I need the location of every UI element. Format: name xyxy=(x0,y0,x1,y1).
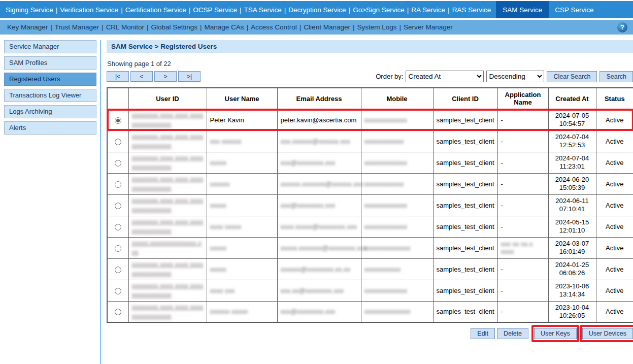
topnav-item-gosign-service[interactable]: Go>Sign Service xyxy=(351,6,406,14)
clear-search-button[interactable]: Clear Search xyxy=(547,71,597,82)
action-button-row: Edit Delete User Keys User Devices xyxy=(107,328,633,339)
topnav-item-signing-service[interactable]: Signing Service xyxy=(4,6,55,14)
mobile-cell-redacted: xxxxxxxxxxxx xyxy=(361,173,433,194)
sidebar-item-alerts[interactable]: Alerts xyxy=(4,121,96,135)
topnav-item-ra-service[interactable]: RA Service xyxy=(410,6,447,14)
annotation-box-user-keys: User Keys xyxy=(534,328,577,339)
separator: | xyxy=(283,6,287,14)
row-radio[interactable] xyxy=(115,309,121,315)
user-id-link-redacted[interactable]: xxxxxxxx xxxx xxxx xxxxxxxxxxxxxxxx xyxy=(132,260,204,278)
topnav-item-csp-service[interactable]: CSP Service xyxy=(549,6,599,14)
table-row: xxxxxxxx xxxx xxxx xxxxxxxxxxxxxxxx xxxx… xyxy=(107,194,633,216)
table-row: xxxxxxxx xxxx xxxx xxxxxxxxxxxxxxxx xxxx… xyxy=(107,301,633,322)
subnav-item-crl-monitor[interactable]: CRL Monitor xyxy=(105,23,146,31)
status-cell: Active xyxy=(596,216,633,237)
user-id-link-redacted[interactable]: xxxxxxxx xxxx xxxx xxxxxxxxxxxxxxxx xyxy=(132,303,204,320)
order-by-direction-select[interactable]: Descending xyxy=(486,71,544,82)
user-id-link-redacted[interactable]: xxxxxxxx xxxx xxxx xxxxxxxxxxxxxxxx xyxy=(132,111,204,128)
table-row: xxxxxxxx xxxx xxxx xxxxxxxxxxxxxxxx xxxx… xyxy=(107,173,633,194)
search-button[interactable]: Search xyxy=(599,71,633,82)
radio-cell xyxy=(107,237,128,258)
user-id-link-redacted[interactable]: xxxxxxxx xxxx xxxx xxxxxxxxxxxxxxxx xyxy=(132,132,204,150)
sidebar-item-sam-profiles[interactable]: SAM Profiles xyxy=(4,56,96,70)
subnav-item-trust-manager[interactable]: Trust Manager xyxy=(53,23,101,31)
subnav-item-access-control[interactable]: Access Control xyxy=(249,23,298,31)
sidebar-item-registered-users[interactable]: Registered Users xyxy=(4,73,96,86)
topnav-item-ras-service[interactable]: RAS Service xyxy=(451,6,493,14)
created-at-cell: 2024-05-15 12:01:10 xyxy=(548,216,596,237)
separator: | xyxy=(298,23,303,31)
service-navbar: Signing Service | Verification Service |… xyxy=(0,1,633,18)
subnav-item-key-manager[interactable]: Key Manager xyxy=(6,23,49,31)
sidebar-item-service-manager[interactable]: Service Manager xyxy=(4,40,96,53)
pager-last-button[interactable]: >| xyxy=(178,71,201,82)
sidebar-item-logs-archiving[interactable]: Logs Archiving xyxy=(4,105,96,118)
help-icon[interactable]: ? xyxy=(617,22,627,32)
created-at-cell: 2024-07-04 11:23:01 xyxy=(548,152,596,173)
row-radio[interactable] xyxy=(115,181,121,188)
application-name-cell: - xyxy=(497,109,548,130)
user-keys-button[interactable]: User Keys xyxy=(534,328,577,339)
user-devices-button[interactable]: User Devices xyxy=(582,328,633,339)
email-cell-redacted: xxx@xxxxxxxx.xxx xyxy=(277,301,361,322)
row-radio[interactable] xyxy=(115,267,121,273)
mobile-cell-redacted: xxxxxxxxxxxxxx xyxy=(361,237,433,258)
status-badge: Active xyxy=(606,202,623,209)
table-header-row: User ID User Name Email Address Mobile C… xyxy=(107,88,633,109)
pager-next-button[interactable]: > xyxy=(154,71,177,82)
subnav-item-manage-cas[interactable]: Manage CAs xyxy=(203,23,246,31)
sidebar-item-transactions-log-viewer[interactable]: Transactions Log Viewer xyxy=(4,89,96,102)
row-radio[interactable] xyxy=(115,288,121,294)
delete-button[interactable]: Delete xyxy=(497,328,528,339)
row-radio[interactable] xyxy=(115,160,121,167)
email-cell-redacted: xxx.xx@xxxxxxxx.xxx xyxy=(277,280,361,301)
created-at-cell: 2024-06-11 07:10:41 xyxy=(548,194,596,216)
table-row: xxxxxxxx xxxx xxxx xxxxxxxxxxxxxxxx xxxx… xyxy=(107,258,633,280)
application-name-cell-redacted: xxx xx xx.x xxxx xyxy=(497,237,548,258)
separator: | xyxy=(188,6,192,14)
status-badge: Active xyxy=(606,116,623,124)
table-row: xxxxxxxx xxxx xxxx xxxxxxxxxxxxxxxx xxxx… xyxy=(107,152,633,173)
topnav-item-verification-service[interactable]: Verification Service xyxy=(58,6,120,14)
status-cell: Active xyxy=(596,152,633,173)
edit-button[interactable]: Edit xyxy=(471,328,495,339)
column-header-user-name: User Name xyxy=(207,88,277,109)
subnav-item-server-manager[interactable]: Server Manager xyxy=(402,23,454,31)
topnav-item-certification-service[interactable]: Certification Service xyxy=(124,6,188,14)
topnav-item-tsa-service[interactable]: TSA Service xyxy=(243,6,283,14)
row-radio[interactable] xyxy=(115,203,121,209)
module-navbar: Key Manager | Trust Manager | CRL Monito… xyxy=(0,20,633,35)
topnav-item-decryption-service[interactable]: Decryption Service xyxy=(287,6,347,14)
subnav-item-client-manager[interactable]: Client Manager xyxy=(302,23,352,31)
user-id-link-redacted[interactable]: xxxxxxxx xxxx xxxx xxxxxxxxxxxxxxxx xyxy=(132,196,204,214)
paging-status: Showing page 1 of 22 xyxy=(107,60,633,68)
subnav-item-system-logs[interactable]: System Logs xyxy=(355,23,398,31)
topnav-tab-sam-service-active[interactable]: SAM Service xyxy=(496,1,549,18)
user-id-link-redacted[interactable]: xxxxxxxx xxxx xxxx xxxxxxxxxxxxxxxx xyxy=(132,175,204,192)
row-radio[interactable] xyxy=(115,245,121,252)
topnav-item-ocsp-service[interactable]: OCSP Service xyxy=(191,6,239,14)
main-panel: SAM Service > Registered Users Showing p… xyxy=(100,40,633,364)
status-cell: Active xyxy=(596,237,633,258)
user-id-link-redacted[interactable]: xxxxx.xxxxxxxxxxxxxx.xxx xyxy=(132,239,204,256)
radio-cell xyxy=(107,301,128,322)
user-id-link-redacted[interactable]: xxxxxxxx xxxx xxxx xxxxxxxxxxxxxxxx xyxy=(132,153,204,171)
breadcrumb: SAM Service > Registered Users xyxy=(107,40,633,53)
row-radio-selected[interactable] xyxy=(115,117,121,124)
user-id-link-redacted[interactable]: xxxxxxxx xxxx xxxx xxxxxxxxxxxxxxxx xyxy=(132,217,204,235)
pager-first-button[interactable]: |< xyxy=(107,71,129,82)
client-id-cell: samples_test_client xyxy=(433,109,497,130)
user-id-link-redacted[interactable]: xxxxxxxx xxxx xxxx xxxxxxxxxxxxxxxx xyxy=(132,281,204,299)
mobile-cell-redacted: xxxxxxxxxxxxxx xyxy=(361,301,433,322)
mobile-cell-redacted: xxxxxxxxxxxxx xyxy=(361,152,433,173)
separator: | xyxy=(55,6,59,14)
email-cell-redacted: xxx@xxxxxxxx.xxx xyxy=(277,152,361,173)
user-name-cell-redacted: xxxxxx xxxxx xyxy=(207,301,277,322)
subnav-item-global-settings[interactable]: Global Settings xyxy=(149,23,199,31)
row-radio[interactable] xyxy=(115,139,121,145)
created-at-cell: 2024-07-04 12:52:53 xyxy=(548,130,596,152)
row-radio[interactable] xyxy=(115,224,121,230)
order-by-field-select[interactable]: Created At xyxy=(406,71,484,82)
column-header-status: Status xyxy=(596,88,633,109)
pager-prev-button[interactable]: < xyxy=(130,71,153,82)
